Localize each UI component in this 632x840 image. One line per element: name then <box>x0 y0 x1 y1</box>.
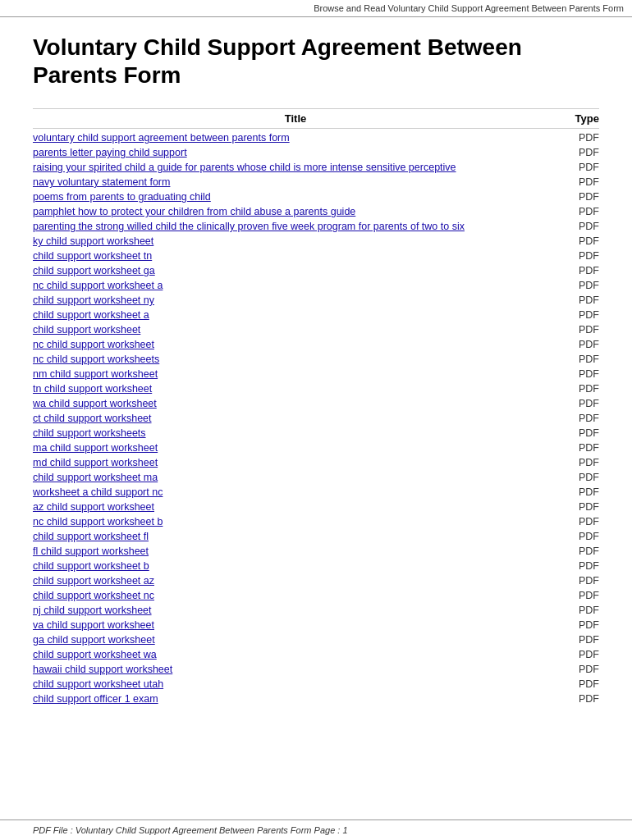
row-type-19: PDF <box>558 413 599 424</box>
table-row: pamphlet how to protect your children fr… <box>33 204 599 219</box>
row-link-38[interactable]: child support officer 1 exam <box>33 693 558 705</box>
row-link-28[interactable]: fl child support worksheet <box>33 546 558 557</box>
table-row: child support worksheet maPDF <box>33 470 599 485</box>
table-row: md child support worksheetPDF <box>33 455 599 470</box>
row-link-21[interactable]: ma child support worksheet <box>33 442 558 454</box>
row-type-18: PDF <box>558 398 599 409</box>
table-row: raising your spirited child a guide for … <box>33 160 599 175</box>
table-header: Title Type <box>33 108 599 129</box>
row-link-36[interactable]: hawaii child support worksheet <box>33 664 558 675</box>
row-type-36: PDF <box>558 664 599 675</box>
row-link-22[interactable]: md child support worksheet <box>33 457 558 468</box>
col-type-header: Type <box>558 112 599 125</box>
row-type-3: PDF <box>558 176 599 188</box>
row-type-17: PDF <box>558 383 599 395</box>
table-row: va child support worksheetPDF <box>33 618 599 632</box>
row-type-12: PDF <box>558 309 599 321</box>
table-row: fl child support worksheetPDF <box>33 544 599 559</box>
top-bar-text: Browse and Read Voluntary Child Support … <box>314 3 624 13</box>
row-type-15: PDF <box>558 354 599 365</box>
row-type-11: PDF <box>558 294 599 306</box>
table-row: child support worksheet ncPDF <box>33 588 599 603</box>
table-row: navy voluntary statement formPDF <box>33 175 599 189</box>
row-link-37[interactable]: child support worksheet utah <box>33 678 558 690</box>
row-type-27: PDF <box>558 531 599 542</box>
row-type-23: PDF <box>558 472 599 483</box>
row-link-16[interactable]: nm child support worksheet <box>33 368 558 380</box>
row-link-32[interactable]: nj child support worksheet <box>33 605 558 616</box>
table-row: az child support worksheetPDF <box>33 500 599 514</box>
row-type-21: PDF <box>558 442 599 454</box>
row-link-17[interactable]: tn child support worksheet <box>33 383 558 395</box>
table-row: child support worksheet nyPDF <box>33 293 599 308</box>
row-link-8[interactable]: child support worksheet tn <box>33 250 558 262</box>
results-table: Title Type voluntary child support agree… <box>33 108 599 706</box>
row-type-35: PDF <box>558 649 599 660</box>
row-link-35[interactable]: child support worksheet wa <box>33 649 558 660</box>
row-type-9: PDF <box>558 265 599 276</box>
table-row: ma child support worksheetPDF <box>33 441 599 455</box>
row-link-30[interactable]: child support worksheet az <box>33 575 558 587</box>
table-rows-container: voluntary child support agreement betwee… <box>33 130 599 706</box>
row-link-2[interactable]: raising your spirited child a guide for … <box>33 162 558 173</box>
row-link-7[interactable]: ky child support worksheet <box>33 235 558 247</box>
table-row: child support worksheet utahPDF <box>33 677 599 692</box>
row-type-6: PDF <box>558 221 599 232</box>
row-link-19[interactable]: ct child support worksheet <box>33 413 558 424</box>
row-link-26[interactable]: nc child support worksheet b <box>33 516 558 527</box>
row-link-34[interactable]: ga child support worksheet <box>33 634 558 646</box>
row-link-1[interactable]: parents letter paying child support <box>33 147 558 158</box>
top-bar: Browse and Read Voluntary Child Support … <box>0 0 632 17</box>
table-row: child support worksheet bPDF <box>33 559 599 573</box>
row-link-3[interactable]: navy voluntary statement form <box>33 176 558 188</box>
table-row: nc child support worksheet aPDF <box>33 278 599 293</box>
row-type-16: PDF <box>558 368 599 380</box>
row-link-10[interactable]: nc child support worksheet a <box>33 280 558 291</box>
table-row: child support worksheet azPDF <box>33 573 599 588</box>
row-link-15[interactable]: nc child support worksheets <box>33 354 558 365</box>
table-row: nc child support worksheetPDF <box>33 337 599 352</box>
row-type-5: PDF <box>558 206 599 217</box>
row-link-4[interactable]: poems from parents to graduating child <box>33 191 558 203</box>
row-type-38: PDF <box>558 693 599 705</box>
row-link-14[interactable]: nc child support worksheet <box>33 339 558 350</box>
row-link-24[interactable]: worksheet a child support nc <box>33 486 558 498</box>
row-link-31[interactable]: child support worksheet nc <box>33 590 558 601</box>
table-row: child support worksheet aPDF <box>33 308 599 322</box>
row-link-13[interactable]: child support worksheet <box>33 324 558 336</box>
row-type-31: PDF <box>558 590 599 601</box>
row-link-11[interactable]: child support worksheet ny <box>33 294 558 306</box>
row-type-13: PDF <box>558 324 599 336</box>
row-link-18[interactable]: wa child support worksheet <box>33 398 558 409</box>
row-link-9[interactable]: child support worksheet ga <box>33 265 558 276</box>
table-row: tn child support worksheetPDF <box>33 381 599 396</box>
footer-text: PDF File : Voluntary Child Support Agree… <box>33 825 348 835</box>
row-link-12[interactable]: child support worksheet a <box>33 309 558 321</box>
row-type-20: PDF <box>558 427 599 439</box>
row-link-0[interactable]: voluntary child support agreement betwee… <box>33 132 558 144</box>
row-type-14: PDF <box>558 339 599 350</box>
row-link-29[interactable]: child support worksheet b <box>33 560 558 572</box>
row-type-34: PDF <box>558 634 599 646</box>
row-link-5[interactable]: pamphlet how to protect your children fr… <box>33 206 558 217</box>
table-row: ct child support worksheetPDF <box>33 411 599 426</box>
table-row: child support worksheet tnPDF <box>33 249 599 263</box>
row-link-6[interactable]: parenting the strong willed child the cl… <box>33 221 558 232</box>
row-type-32: PDF <box>558 605 599 616</box>
footer: PDF File : Voluntary Child Support Agree… <box>0 819 632 840</box>
row-link-23[interactable]: child support worksheet ma <box>33 472 558 483</box>
row-type-28: PDF <box>558 546 599 557</box>
table-row: parenting the strong willed child the cl… <box>33 219 599 234</box>
row-link-20[interactable]: child support worksheets <box>33 427 558 439</box>
table-row: child support officer 1 examPDF <box>33 692 599 706</box>
row-type-25: PDF <box>558 501 599 513</box>
table-row: nj child support worksheetPDF <box>33 603 599 618</box>
row-type-30: PDF <box>558 575 599 587</box>
row-link-25[interactable]: az child support worksheet <box>33 501 558 513</box>
row-link-33[interactable]: va child support worksheet <box>33 619 558 631</box>
table-row: nc child support worksheet bPDF <box>33 514 599 529</box>
table-row: child support worksheetPDF <box>33 322 599 337</box>
row-type-0: PDF <box>558 132 599 144</box>
row-type-22: PDF <box>558 457 599 468</box>
row-link-27[interactable]: child support worksheet fl <box>33 531 558 542</box>
